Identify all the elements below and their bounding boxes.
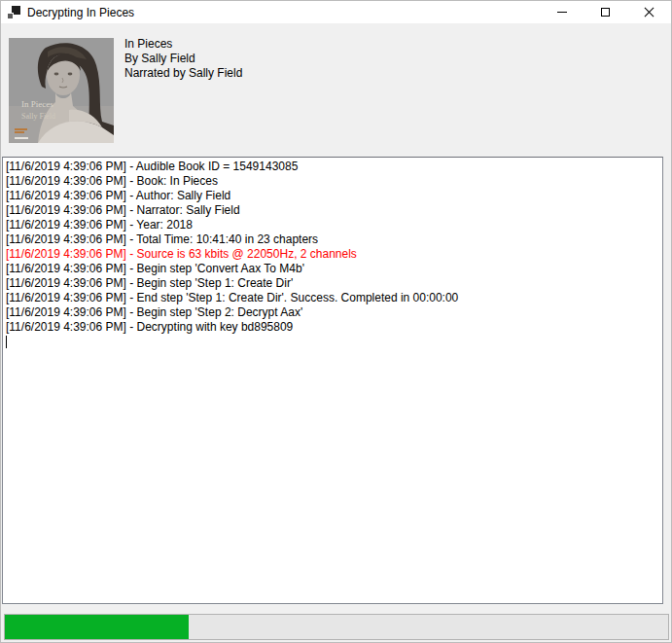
svg-text:Sally Field: Sally Field	[21, 112, 55, 121]
window-controls	[540, 1, 671, 23]
app-icon	[7, 6, 20, 19]
book-header-panel: In Pieces Sally Field In Pieces By Sally…	[1, 23, 671, 157]
text-caret	[6, 336, 7, 348]
app-window: Decrypting In Pieces	[0, 0, 672, 643]
log-line: [11/6/2019 4:39:06 PM] - Audible Book ID…	[6, 160, 659, 174]
log-line: [11/6/2019 4:39:06 PM] - Total Time: 10:…	[6, 232, 659, 247]
book-author: By Sally Field	[124, 52, 242, 66]
close-button[interactable]	[627, 1, 671, 23]
book-narrator: Narrated by Sally Field	[124, 66, 242, 81]
minimize-icon	[557, 12, 567, 13]
svg-text:In Pieces: In Pieces	[21, 99, 53, 109]
app-icon-square-small	[7, 13, 14, 19]
window-title: Decrypting In Pieces	[27, 6, 540, 19]
log-line: [11/6/2019 4:39:06 PM] - Begin step 'Ste…	[6, 305, 659, 320]
progress-bar	[4, 614, 669, 640]
log-line: [11/6/2019 4:39:06 PM] - End step 'Step …	[6, 291, 659, 305]
progress-bar-fill	[5, 615, 189, 639]
log-textarea[interactable]: [11/6/2019 4:39:06 PM] - Audible Book ID…	[2, 157, 663, 604]
log-line: [11/6/2019 4:39:06 PM] - Author: Sally F…	[6, 189, 659, 203]
close-icon	[644, 7, 654, 18]
book-cover-image: In Pieces Sally Field	[9, 38, 114, 143]
log-line: [11/6/2019 4:39:06 PM] - Year: 2018	[6, 218, 659, 232]
maximize-button[interactable]	[584, 1, 627, 23]
minimize-button[interactable]	[540, 1, 584, 23]
book-info: In Pieces By Sally Field Narrated by Sal…	[124, 37, 242, 81]
log-line: [11/6/2019 4:39:06 PM] - Begin step 'Ste…	[6, 276, 659, 291]
log-line: [11/6/2019 4:39:06 PM] - Decrypting with…	[6, 320, 659, 335]
log-line: [11/6/2019 4:39:06 PM] - Book: In Pieces	[6, 174, 659, 189]
log-line: [11/6/2019 4:39:06 PM] - Source is 63 kb…	[6, 247, 659, 262]
title-bar: Decrypting In Pieces	[1, 1, 671, 23]
book-title: In Pieces	[124, 37, 242, 52]
log-line: [11/6/2019 4:39:06 PM] - Narrator: Sally…	[6, 203, 659, 218]
maximize-icon	[601, 8, 610, 17]
log-line: [11/6/2019 4:39:06 PM] - Begin step 'Con…	[6, 262, 659, 276]
